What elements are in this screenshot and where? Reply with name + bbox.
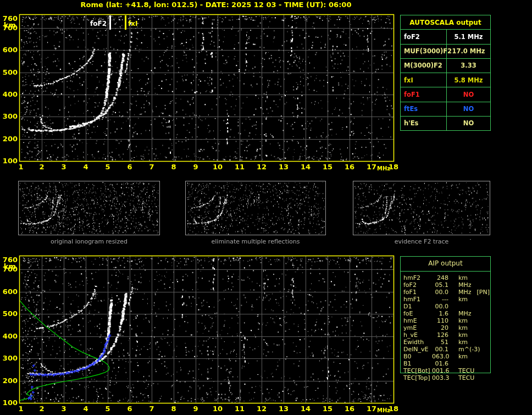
autoscala-row: M(3000)F23.33	[401, 58, 490, 73]
aip-row-unit: km	[458, 296, 468, 303]
autoscala-row-value: NO	[447, 87, 490, 101]
autoscala-row: foF1NO	[401, 87, 490, 101]
thumbnail-caption-2: eliminate multiple reflections	[185, 238, 326, 246]
aip-row: ymE20km	[403, 324, 491, 331]
aip-row: Ewidth51km	[403, 339, 491, 346]
autoscala-row: MUF(3000)F217.0 MHz	[401, 44, 490, 58]
aip-row-unit: km	[458, 339, 468, 346]
top-ionogram-plot	[20, 15, 394, 161]
thumbnail-caption-1: original ionogram resized	[18, 238, 160, 246]
bottom-ionogram-plot	[20, 256, 394, 403]
aip-row-unit: MHz	[458, 281, 472, 289]
aip-row-value: 20	[432, 324, 448, 331]
autoscala-table-header: AUTOSCALA output	[401, 15, 490, 29]
aip-row-value: 063.0	[432, 353, 448, 360]
autoscala-row-value: NO	[447, 102, 490, 116]
autoscala-row-value: 17.0 MHz	[447, 45, 490, 58]
aip-row-value: 248	[432, 274, 448, 281]
autoscala-row-label: ftEs	[401, 102, 447, 116]
aip-header-divider	[400, 271, 491, 272]
aip-row-value: 003.3	[432, 374, 448, 381]
autoscala-output-table: AUTOSCALA output foF25.1 MHzMUF(3000)F21…	[400, 15, 491, 131]
aip-row: foF205.1MHz	[403, 281, 491, 289]
aip-rows: hmF2248kmfoF205.1MHzfoF100.0MHz[PN]hmF1-…	[403, 274, 491, 381]
aip-row: DelN_vE00.1m^(-3)	[403, 346, 491, 353]
autoscala-row-label: foF2	[401, 30, 447, 43]
aip-row-unit: km	[458, 274, 468, 281]
aip-row-unit: MHz	[458, 289, 472, 296]
autoscala-row: foF25.1 MHz	[401, 29, 490, 43]
aip-row-label: ymE	[403, 324, 432, 331]
aip-row: B101.6	[403, 360, 491, 367]
autoscala-row: ftEsNO	[401, 102, 490, 116]
aip-row-label: foE	[403, 310, 432, 317]
autoscala-row: fxI5.8 MHz	[401, 73, 490, 87]
aip-row-value: 1.6	[432, 310, 448, 317]
aip-row-label: h_vE	[403, 331, 432, 339]
autoscala-row-value: 3.33	[447, 59, 490, 73]
aip-row-label: foF1	[403, 289, 432, 296]
autoscala-row-value: 5.1 MHz	[447, 30, 490, 43]
aip-row-value: 00.0	[432, 289, 448, 296]
aip-row: h_vE126km	[403, 331, 491, 339]
aip-row: TEC[Bot]001.6TECU	[403, 367, 491, 374]
autoscala-row-label: foF1	[401, 87, 447, 101]
aip-row-unit: MHz	[458, 310, 472, 317]
aip-row-label: TEC[Bot]	[403, 367, 432, 374]
aip-row-value: 110	[432, 317, 448, 324]
aip-row-value: ---	[432, 296, 448, 303]
aip-row-label: B0	[403, 353, 432, 360]
aip-row-value: 126	[432, 331, 448, 339]
aip-row-label: DelN_vE	[403, 346, 432, 353]
aip-row-unit: m^(-3)	[458, 346, 480, 353]
aip-row-note: [PN]	[477, 289, 490, 296]
aip-row: D100.0	[403, 303, 491, 310]
aip-table-header: AIP output	[400, 259, 491, 267]
aip-row: B0063.0km	[403, 353, 491, 360]
aip-row-value: 01.6	[432, 360, 448, 367]
aip-row: foF100.0MHz[PN]	[403, 289, 491, 296]
aip-row: foE1.6MHz	[403, 310, 491, 317]
aip-row-label: foF2	[403, 281, 432, 289]
autoscala-row-label: h'Es	[401, 117, 447, 130]
aip-row-value: 51	[432, 339, 448, 346]
aip-row: hmF2248km	[403, 274, 491, 281]
aip-row: hmF1---km	[403, 296, 491, 303]
aip-row-unit: km	[458, 353, 468, 360]
autoscala-row-label: fxI	[401, 73, 447, 87]
aip-row-unit: km	[458, 324, 468, 331]
autoscala-row: h'EsNO	[401, 116, 490, 130]
aip-row-label: TEC[Top]	[403, 374, 432, 381]
aip-row-value: 001.6	[432, 367, 448, 374]
aip-row-label: D1	[403, 303, 432, 310]
aip-row-unit: TECU	[458, 367, 474, 374]
aip-row-label: hmF1	[403, 296, 432, 303]
aip-row: hmE110km	[403, 317, 491, 324]
aip-row-unit: km	[458, 331, 468, 339]
aip-row-label: Ewidth	[403, 339, 432, 346]
thumbnail-caption-3: evidence F2 trace	[353, 238, 490, 246]
page-title: Rome (lat: +41.8, lon: 012.5) - DATE: 20…	[22, 1, 410, 9]
aip-row-unit: TECU	[458, 374, 474, 381]
aip-row-label: B1	[403, 360, 432, 367]
aip-row-label: hmE	[403, 317, 432, 324]
autoscala-row-value: NO	[447, 117, 490, 130]
aip-row: TEC[Top]003.3TECU	[403, 374, 491, 381]
aip-row-label: hmF2	[403, 274, 432, 281]
aip-row-value: 00.1	[432, 346, 448, 353]
autoscala-row-label: M(3000)F2	[401, 59, 447, 73]
aip-row-unit: km	[458, 317, 468, 324]
autoscala-screen: Rome (lat: +41.8, lon: 012.5) - DATE: 20…	[0, 0, 532, 415]
autoscala-row-label: MUF(3000)F2	[401, 45, 447, 58]
aip-row-value: 05.1	[432, 281, 448, 289]
aip-row-value: 00.0	[432, 303, 448, 310]
autoscala-row-value: 5.8 MHz	[447, 73, 490, 87]
